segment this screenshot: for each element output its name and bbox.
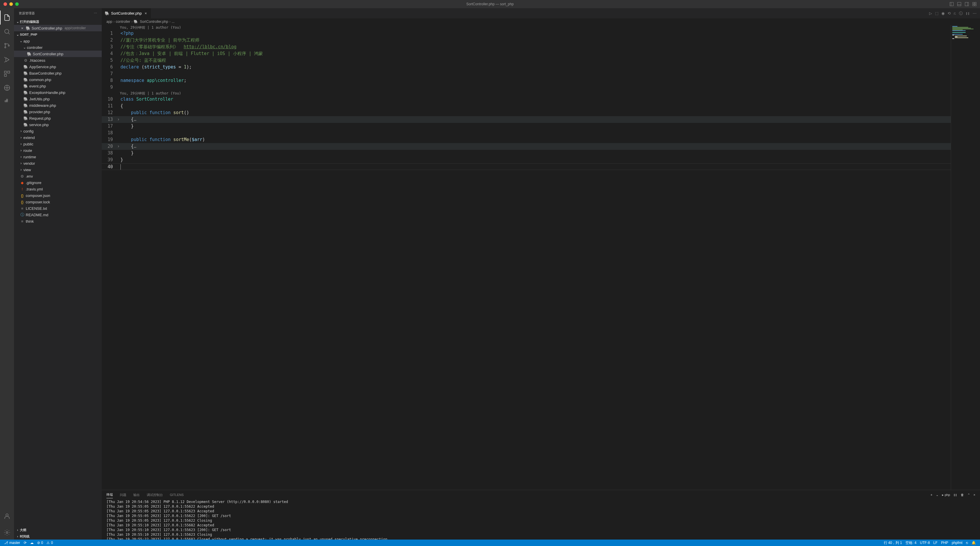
compare-icon[interactable]: ◉ <box>942 11 945 16</box>
project-section[interactable]: ⌄ SORT_PHP <box>14 31 102 38</box>
remote-icon[interactable] <box>0 81 14 95</box>
formatter[interactable]: phpfmt <box>950 540 964 545</box>
crumb[interactable]: ... <box>172 19 175 24</box>
open-editor-item[interactable]: × 🐘 SortController.php app/controller <box>14 25 102 31</box>
more-icon[interactable]: ⋯ <box>94 11 97 15</box>
file-sortcontroller[interactable]: 🐘SortController.php <box>14 51 102 57</box>
terminal-dropdown-icon[interactable]: ⌄ <box>936 493 939 497</box>
minimize-window[interactable] <box>10 2 13 6</box>
run-icon[interactable]: ▷ <box>929 11 932 16</box>
output-tab[interactable]: 输出 <box>133 492 140 498</box>
editor-tab[interactable]: 🐘 SortController.php × <box>102 8 151 18</box>
problems-tab[interactable]: 问题 <box>120 492 126 498</box>
feedback-icon[interactable]: ⎋ <box>964 540 970 545</box>
notifications-icon[interactable]: 🔔 <box>970 540 978 545</box>
eol[interactable]: LF <box>932 540 939 545</box>
git-icon[interactable]: ⎌ <box>954 11 956 16</box>
folder-extend[interactable]: ›extend <box>14 134 102 141</box>
layout-panel-icon[interactable] <box>957 2 962 7</box>
close-tab-icon[interactable]: × <box>143 11 148 16</box>
file-htaccess[interactable]: ⚙.htaccess <box>14 57 102 64</box>
search-icon[interactable] <box>0 25 14 38</box>
open-editors-section[interactable]: ⌄ 打开的编辑器 <box>14 18 102 25</box>
panel-close-icon[interactable]: × <box>974 493 975 497</box>
account-icon[interactable] <box>0 509 14 523</box>
cursor-position[interactable]: 行 40，列 1 <box>882 540 904 545</box>
file-composer-lock[interactable]: {}composer.lock <box>14 199 102 205</box>
explorer-icon[interactable] <box>0 11 14 25</box>
folder-vendor[interactable]: ›vendor <box>14 160 102 166</box>
more-icon[interactable]: ⋯ <box>973 11 977 16</box>
errors-count[interactable]: ⊘0 <box>35 541 45 545</box>
debug-icon[interactable] <box>0 53 14 67</box>
folder-config[interactable]: ›config <box>14 128 102 134</box>
file-basecontroller[interactable]: 🐘BaseController.php <box>14 70 102 77</box>
layout-sidebar-left-icon[interactable] <box>949 2 954 7</box>
shell-indicator[interactable]: ▸ php <box>942 493 950 497</box>
file-env[interactable]: ⚙.env <box>14 173 102 179</box>
codelens[interactable]: You, 29分钟前 | 1 author (You) <box>102 91 951 96</box>
cloud-button[interactable]: ☁ <box>29 541 35 545</box>
sync-button[interactable]: ⟳ <box>22 541 29 545</box>
split-icon[interactable]: ⫿⫿ <box>966 11 970 16</box>
fold-icon[interactable]: › <box>116 143 121 150</box>
maximize-window[interactable] <box>15 2 19 6</box>
codelens[interactable]: You, 29分钟前 | 1 author (You) <box>102 25 951 30</box>
crumb[interactable]: SortController.php <box>140 19 168 24</box>
source-control-icon[interactable] <box>0 38 14 53</box>
timeline-section[interactable]: › 时间线 <box>14 533 102 540</box>
layout-sidebar-right-icon[interactable] <box>964 2 969 7</box>
warnings-count[interactable]: ⚠0 <box>45 541 55 545</box>
file-path: app/controller <box>65 26 86 30</box>
settings-gear-icon[interactable] <box>0 525 14 540</box>
language-mode[interactable]: PHP <box>939 540 950 545</box>
folder-controller[interactable]: ⌄controller <box>14 44 102 51</box>
debug-console-tab[interactable]: 调试控制台 <box>147 492 163 498</box>
file-gitignore[interactable]: ◆.gitignore <box>14 179 102 186</box>
extensions-icon[interactable] <box>0 67 14 81</box>
encoding[interactable]: UTF-8 <box>918 540 932 545</box>
debug-run-icon[interactable]: ⬚ <box>935 11 939 16</box>
fold-icon[interactable]: › <box>116 116 121 123</box>
layout-customize-icon[interactable] <box>972 2 977 7</box>
folder-app[interactable]: ⌄app <box>14 38 102 44</box>
panel-maximize-icon[interactable]: ⌃ <box>967 493 970 497</box>
close-window[interactable] <box>3 2 7 6</box>
file-provider[interactable]: 🐘provider.php <box>14 109 102 115</box>
crumb[interactable]: app <box>107 19 112 24</box>
file-service[interactable]: 🐘service.php <box>14 121 102 128</box>
file-travis[interactable]: !.travis.yml <box>14 186 102 192</box>
file-think[interactable]: ≡think <box>14 218 102 224</box>
file-jwtutils[interactable]: 🐘JwtUtils.php <box>14 96 102 102</box>
indentation[interactable]: 空格: 4 <box>904 540 918 545</box>
file-common[interactable]: 🐘common.php <box>14 77 102 83</box>
terminal-tab[interactable]: 终端 <box>107 491 113 498</box>
folder-route[interactable]: ›route <box>14 147 102 153</box>
file-request[interactable]: 🐘Request.php <box>14 115 102 121</box>
terminal-output[interactable]: [Thu Jan 19 20:54:56 2023] PHP 8.1.12 De… <box>102 500 980 540</box>
close-icon[interactable]: × <box>20 26 25 30</box>
breadcrumb[interactable]: app › controller › 🐘 SortController.php … <box>102 18 980 25</box>
outline-section[interactable]: › 大纲 <box>14 527 102 533</box>
folder-runtime[interactable]: ›runtime <box>14 153 102 160</box>
new-terminal-icon[interactable]: + <box>931 493 932 497</box>
help-icon[interactable]: ⓘ <box>959 11 963 16</box>
minimap[interactable] <box>951 25 980 490</box>
file-middleware[interactable]: 🐘middleware.php <box>14 102 102 109</box>
file-event[interactable]: 🐘event.php <box>14 83 102 89</box>
diff-icon[interactable]: ⟲ <box>948 11 951 16</box>
file-exception[interactable]: 🐘ExceptionHandle.php <box>14 89 102 96</box>
kill-terminal-icon[interactable]: 🗑 <box>961 493 964 497</box>
split-terminal-icon[interactable]: ⫿⫿ <box>954 493 957 497</box>
git-branch[interactable]: ⎇ master <box>2 541 22 545</box>
file-license[interactable]: ≡LICENSE.txt <box>14 205 102 212</box>
file-composer-json[interactable]: {}composer.json <box>14 192 102 199</box>
folder-public[interactable]: ›public <box>14 141 102 147</box>
folder-view[interactable]: ›view <box>14 166 102 173</box>
code-editor[interactable]: You, 29分钟前 | 1 author (You) 1<?php 2//厦门… <box>102 25 980 490</box>
docker-icon[interactable] <box>0 95 14 109</box>
gitlens-tab[interactable]: GITLENS <box>170 492 184 498</box>
file-readme[interactable]: ⓘREADME.md <box>14 212 102 218</box>
file-appservice[interactable]: 🐘AppService.php <box>14 64 102 70</box>
crumb[interactable]: controller <box>116 19 130 24</box>
